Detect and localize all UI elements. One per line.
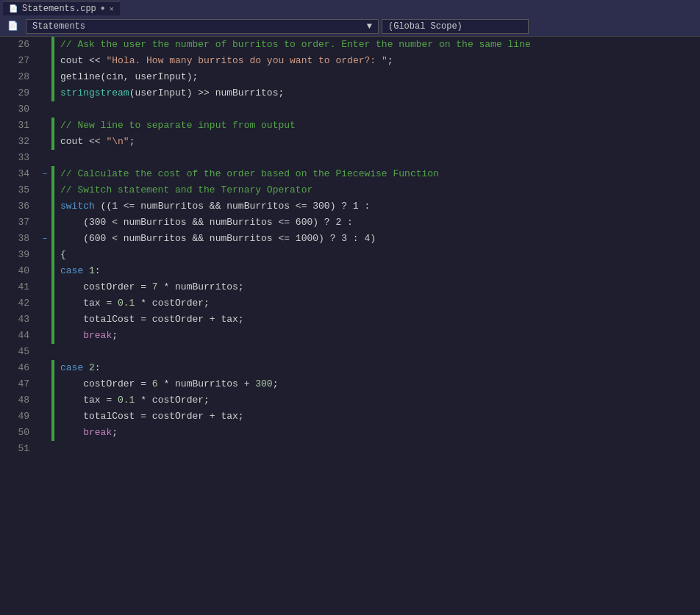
token-comment: // New line to separate input from outpu… <box>60 120 296 131</box>
code-content[interactable]: tax = 0.1 * costOrder; <box>54 392 700 409</box>
token-plain: (300 < numBurritos && numBurritos <= 600… <box>60 217 353 228</box>
code-content[interactable]: switch ((1 <= numBurritos && numBurritos… <box>54 198 700 215</box>
token-number: 300 <box>255 378 272 389</box>
line-number: 49 <box>0 409 38 425</box>
line-number: 33 <box>0 150 38 166</box>
gutter-collapse-icon[interactable]: − <box>38 231 51 247</box>
code-content[interactable]: (300 < numBurritos && numBurritos <= 600… <box>54 215 700 231</box>
code-line: 27cout << "Hola. How many burritos do yo… <box>0 53 700 69</box>
code-content[interactable]: // Calculate the cost of the order based… <box>54 166 700 182</box>
gutter-collapse-icon <box>38 312 51 328</box>
code-content[interactable]: // Switch statement and the Ternary Oper… <box>54 182 700 198</box>
token-plain <box>83 265 89 276</box>
scope-dropdown-label: (Global Scope) <box>388 21 463 32</box>
file-dropdown[interactable]: Statements ▼ <box>26 19 379 34</box>
line-number: 30 <box>0 101 38 118</box>
code-content[interactable]: stringstream(userInput) >> numBurritos; <box>54 85 700 101</box>
gutter-collapse-icon <box>38 69 51 85</box>
code-content[interactable]: tax = 0.1 * costOrder; <box>54 295 700 312</box>
gutter-collapse-icon <box>38 134 51 150</box>
token-purple: break <box>60 330 112 341</box>
token-plain: totalCost = costOrder + tax; <box>60 314 244 325</box>
token-plain: cout << <box>60 136 106 147</box>
gutter-collapse-icon <box>38 344 51 360</box>
code-line: 34−// Calculate the cost of the order ba… <box>0 166 700 182</box>
gutter-collapse-icon <box>38 37 51 53</box>
code-line: 32cout << "\n"; <box>0 134 700 150</box>
gutter-collapse-icon <box>38 360 51 376</box>
code-content[interactable]: cout << "\n"; <box>54 134 700 150</box>
token-plain: ; <box>112 427 118 438</box>
token-number: 7 <box>152 281 158 292</box>
chevron-down-icon: ▼ <box>367 21 372 32</box>
file-tab[interactable]: 📄 Statements.cpp ● ✕ <box>3 1 120 15</box>
token-string: "Hola. How many burritos do you want to … <box>106 55 387 66</box>
code-line: 45 <box>0 344 700 360</box>
code-content[interactable]: cout << "Hola. How many burritos do you … <box>54 53 700 69</box>
token-plain: * numBurritos + <box>158 378 256 389</box>
code-line: 50 break; <box>0 425 700 441</box>
close-icon[interactable]: ✕ <box>110 4 114 13</box>
line-number: 27 <box>0 53 38 69</box>
token-number: 1 <box>89 265 95 276</box>
code-content[interactable] <box>54 344 700 360</box>
gutter-collapse-icon[interactable]: − <box>38 166 51 182</box>
token-keyword: case <box>60 362 83 373</box>
code-content[interactable]: (600 < numBurritos && numBurritos <= 100… <box>54 231 700 247</box>
code-content[interactable]: // Ask the user the number of burritos t… <box>54 37 700 53</box>
token-purple: break <box>60 427 112 438</box>
token-plain: (600 < numBurritos && numBurritos <= 100… <box>60 233 376 244</box>
gutter-collapse-icon <box>38 295 51 312</box>
code-line: 48 tax = 0.1 * costOrder; <box>0 392 700 409</box>
gutter-collapse-icon <box>38 118 51 134</box>
line-number: 40 <box>0 263 38 279</box>
token-type: stringstream <box>60 87 129 98</box>
code-line: 44 break; <box>0 328 700 344</box>
toolbar-bar: 📄 Statements ▼ (Global Scope) <box>0 16 700 37</box>
code-content[interactable]: costOrder = 6 * numBurritos + 300; <box>54 376 700 392</box>
gutter-collapse-icon <box>38 150 51 166</box>
code-content[interactable]: break; <box>54 328 700 344</box>
token-plain: getline(cin, userInput); <box>60 71 198 82</box>
code-content[interactable] <box>54 441 700 457</box>
code-content[interactable]: totalCost = costOrder + tax; <box>54 312 700 328</box>
token-plain: tax = <box>60 298 118 309</box>
token-plain: * costOrder; <box>135 298 209 309</box>
line-number: 31 <box>0 118 38 134</box>
code-line: 40case 1: <box>0 263 700 279</box>
code-content[interactable]: { <box>54 247 700 263</box>
toolbar-left: 📄 Statements ▼ (Global Scope) <box>3 19 697 34</box>
gutter-collapse-icon <box>38 263 51 279</box>
token-plain: * numBurritos; <box>158 281 244 292</box>
token-number: 0.1 <box>118 395 135 406</box>
line-number: 26 <box>0 37 38 53</box>
code-line: 35// Switch statement and the Ternary Op… <box>0 182 700 198</box>
gutter-collapse-icon <box>38 85 51 101</box>
code-line: 31// New line to separate input from out… <box>0 118 700 134</box>
tab-file-icon: 📄 <box>9 4 18 13</box>
code-line: 30 <box>0 101 700 118</box>
code-content[interactable]: break; <box>54 425 700 441</box>
code-content[interactable]: getline(cin, userInput); <box>54 69 700 85</box>
code-content[interactable]: // New line to separate input from outpu… <box>54 118 700 134</box>
line-number: 35 <box>0 182 38 198</box>
code-content[interactable] <box>54 150 700 166</box>
token-keyword: switch <box>60 201 95 212</box>
scope-dropdown[interactable]: (Global Scope) <box>382 19 529 34</box>
line-number: 45 <box>0 344 38 360</box>
token-comment: // Switch statement and the Ternary Oper… <box>60 184 312 195</box>
token-string: "\n" <box>106 136 129 147</box>
code-line: 26// Ask the user the number of burritos… <box>0 37 700 53</box>
code-content[interactable]: costOrder = 7 * numBurritos; <box>54 279 700 295</box>
code-line: 33 <box>0 150 700 166</box>
token-comment: // Ask the user the number of burritos t… <box>60 39 531 50</box>
line-number: 32 <box>0 134 38 150</box>
code-content[interactable]: case 1: <box>54 263 700 279</box>
code-line: 49 totalCost = costOrder + tax; <box>0 409 700 425</box>
code-line: 46case 2: <box>0 360 700 376</box>
token-plain: ; <box>129 136 135 147</box>
code-content[interactable]: totalCost = costOrder + tax; <box>54 409 700 425</box>
code-content[interactable] <box>54 101 700 118</box>
code-content[interactable]: case 2: <box>54 360 700 376</box>
gutter-collapse-icon <box>38 101 51 118</box>
